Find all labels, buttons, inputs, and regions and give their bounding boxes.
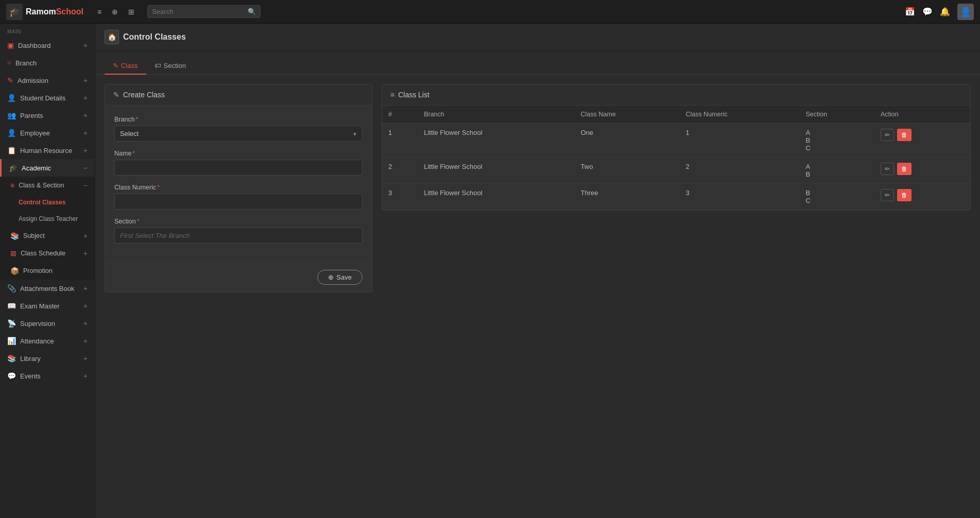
logo-part2: School bbox=[56, 7, 83, 16]
bell-icon[interactable]: 🔔 bbox=[940, 7, 950, 16]
sidebar-item-events[interactable]: 💬 Events + bbox=[0, 367, 95, 385]
edit-button[interactable]: ✏ bbox=[881, 163, 894, 175]
row-branch: Little Flower School bbox=[418, 124, 574, 158]
sidebar-label-library: Library bbox=[20, 355, 79, 362]
branch-field-group: Branch* Select bbox=[114, 116, 363, 142]
logo-text: RamomSchool bbox=[26, 7, 83, 16]
name-label: Name* bbox=[114, 150, 363, 157]
topnav-right: 📅 💬 🔔 👤 bbox=[905, 4, 974, 20]
row-actions: ✏ 🗑 bbox=[874, 184, 970, 210]
events-plus-icon: + bbox=[83, 372, 88, 380]
sidebar-label-parents: Parents bbox=[20, 112, 79, 119]
sidebar-label-class-schedule: Class Schedule bbox=[21, 250, 79, 257]
app-body: Main ▣ Dashboard + ⑂ Branch ✎ Admission … bbox=[0, 24, 980, 518]
table-row: 3 Little Flower School Three 3 BC ✏ 🗑 bbox=[382, 184, 970, 210]
sidebar-label-exam-master: Exam Master bbox=[20, 302, 79, 310]
sidebar-label-class-section: Class & Section bbox=[19, 182, 79, 189]
col-action: Action bbox=[874, 106, 970, 124]
class-list-tbody: 1 Little Flower School One 1 ABC ✏ 🗑 2 L… bbox=[382, 124, 970, 210]
create-class-card: ✎ Create Class Branch* Select bbox=[105, 84, 372, 292]
section-tab-label: Section bbox=[164, 62, 186, 70]
sidebar-item-assign-class-teacher-sub[interactable]: Assign Class Teacher bbox=[0, 211, 95, 227]
class-numeric-label: Class Numeric* bbox=[114, 184, 363, 191]
save-button[interactable]: ⊕ Save bbox=[317, 270, 363, 285]
delete-button[interactable]: 🗑 bbox=[897, 189, 912, 201]
grid-button[interactable]: ⊞ bbox=[125, 5, 138, 19]
name-required: * bbox=[132, 150, 135, 157]
menu-toggle-button[interactable]: ≡ bbox=[94, 5, 105, 19]
nav-icons: ≡ ⊕ ⊞ bbox=[94, 5, 138, 19]
sidebar-item-class-schedule[interactable]: ⊠ Class Schedule + bbox=[0, 245, 95, 262]
sidebar-item-subject[interactable]: 📚 Subject + bbox=[0, 227, 95, 245]
branch-select[interactable]: Select bbox=[114, 126, 363, 142]
create-class-header: ✎ Create Class bbox=[105, 84, 372, 106]
sidebar-item-admission[interactable]: ✎ Admission + bbox=[0, 72, 95, 89]
sidebar-label-human-resource: Human Resource bbox=[20, 147, 79, 154]
sidebar-item-employee[interactable]: 👤 Employee + bbox=[0, 124, 95, 142]
row-sections: ABC bbox=[799, 124, 874, 158]
search-input[interactable] bbox=[152, 8, 245, 15]
events-icon: 💬 bbox=[7, 372, 16, 380]
row-class-numeric: 2 bbox=[679, 158, 799, 184]
sidebar-item-human-resource[interactable]: 📋 Human Resource + bbox=[0, 142, 95, 159]
message-icon[interactable]: 💬 bbox=[922, 7, 933, 16]
sidebar-item-dashboard[interactable]: ▣ Dashboard + bbox=[0, 37, 95, 54]
target-button[interactable]: ⊕ bbox=[108, 5, 122, 19]
sidebar-item-academic[interactable]: 🎓 Academic − bbox=[0, 159, 95, 177]
tab-class[interactable]: ✎ Class bbox=[105, 58, 146, 75]
class-section-icon: ≡ bbox=[10, 181, 14, 189]
class-list-table-wrapper: # Branch Class Name Class Numeric Sectio… bbox=[382, 106, 970, 210]
sidebar-label-subject: Subject bbox=[23, 232, 79, 239]
delete-button[interactable]: 🗑 bbox=[897, 129, 912, 141]
sidebar-item-exam-master[interactable]: 📖 Exam Master + bbox=[0, 297, 95, 315]
class-numeric-input[interactable] bbox=[114, 194, 363, 210]
col-class-name: Class Name bbox=[575, 106, 680, 124]
sidebar-label-control-classes: Control Classes bbox=[19, 199, 88, 206]
create-class-body: Branch* Select Name* bbox=[105, 106, 372, 262]
sidebar-label-events: Events bbox=[20, 372, 79, 380]
sidebar-label-student-details: Student Details bbox=[20, 94, 79, 102]
row-num: 3 bbox=[382, 184, 418, 210]
logo: 🎓 RamomSchool bbox=[6, 4, 83, 20]
avatar[interactable]: 👤 bbox=[957, 4, 974, 20]
class-list-table: # Branch Class Name Class Numeric Sectio… bbox=[382, 106, 970, 210]
row-class-name: Two bbox=[575, 158, 680, 184]
branch-icon: ⑂ bbox=[7, 59, 11, 67]
class-list-card: ≡ Class List # Branch Class Name Class N… bbox=[382, 84, 971, 211]
sidebar-item-attachments-book[interactable]: 📎 Attachments Book + bbox=[0, 280, 95, 297]
employee-icon: 👤 bbox=[7, 129, 16, 137]
page-header: 🏠 Control Classes bbox=[95, 24, 980, 51]
sidebar-item-attendance[interactable]: 📊 Attendance + bbox=[0, 332, 95, 350]
topnav: 🎓 RamomSchool ≡ ⊕ ⊞ 🔍 📅 💬 🔔 👤 bbox=[0, 0, 980, 24]
save-label: Save bbox=[336, 273, 352, 281]
subject-icon: 📚 bbox=[10, 232, 19, 240]
academic-submenu: ≡ Class & Section − Control Classes Assi… bbox=[0, 177, 95, 280]
parents-plus-icon: + bbox=[83, 111, 88, 119]
create-class-header-icon: ✎ bbox=[113, 91, 119, 99]
exam-plus-icon: + bbox=[83, 302, 88, 310]
sidebar-item-student-details[interactable]: 👤 Student Details + bbox=[0, 89, 95, 107]
sidebar-item-branch[interactable]: ⑂ Branch bbox=[0, 54, 95, 72]
calendar-icon[interactable]: 📅 bbox=[905, 7, 915, 16]
edit-button[interactable]: ✏ bbox=[881, 129, 894, 141]
sidebar-label-admission: Admission bbox=[18, 77, 79, 84]
delete-button[interactable]: 🗑 bbox=[897, 163, 912, 175]
branch-required: * bbox=[136, 116, 139, 123]
branch-label: Branch* bbox=[114, 116, 363, 123]
sidebar-item-library[interactable]: 📚 Library + bbox=[0, 350, 95, 367]
tab-section[interactable]: 🏷 Section bbox=[146, 58, 194, 75]
class-section-submenu: Control Classes Assign Class Teacher bbox=[0, 194, 95, 227]
sidebar-item-control-classes[interactable]: Control Classes bbox=[0, 194, 95, 211]
section-field-group: Section* First Select The Branch bbox=[114, 218, 363, 244]
row-actions: ✏ 🗑 bbox=[874, 158, 970, 184]
sidebar-item-class-section[interactable]: ≡ Class & Section − bbox=[0, 177, 95, 194]
sidebar-item-promotion[interactable]: 📦 Promotion bbox=[0, 262, 95, 280]
section-tab-icon: 🏷 bbox=[154, 62, 161, 70]
sidebar-label-branch: Branch bbox=[15, 59, 88, 67]
sidebar-item-parents[interactable]: 👥 Parents + bbox=[0, 107, 95, 124]
sidebar-item-supervision[interactable]: 📡 Supervision + bbox=[0, 315, 95, 332]
edit-button[interactable]: ✏ bbox=[881, 189, 894, 201]
name-input[interactable] bbox=[114, 160, 363, 176]
row-num: 1 bbox=[382, 124, 418, 158]
hr-plus-icon: + bbox=[83, 146, 88, 154]
